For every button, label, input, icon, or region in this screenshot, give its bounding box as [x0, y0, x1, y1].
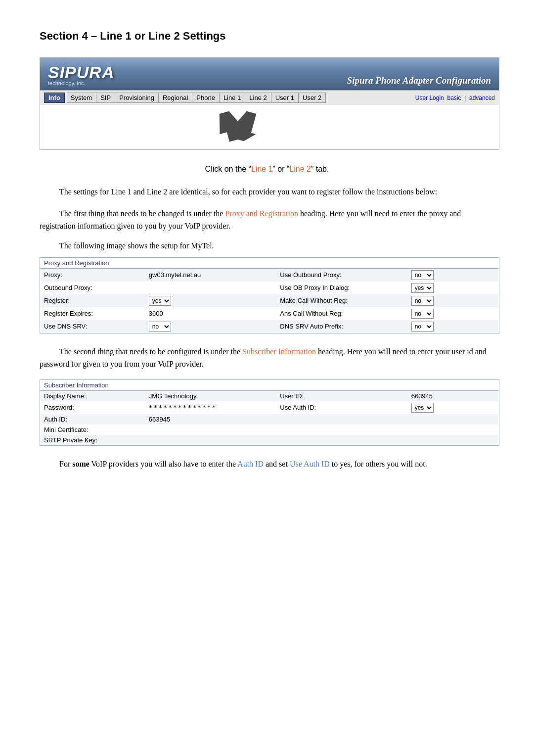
use-outbound-proxy-val: noyes — [407, 268, 499, 282]
outbound-proxy-label: Outbound Proxy: — [40, 282, 145, 294]
password-label: Password: — [40, 401, 145, 414]
sipura-logo-text: SIPURA — [48, 63, 114, 82]
sub-empty-val-1 — [407, 414, 499, 425]
use-ob-proxy-select[interactable]: yesno — [411, 283, 434, 293]
sub-empty-val-3 — [407, 435, 499, 446]
mini-cert-val — [145, 425, 276, 435]
srtp-key-val — [145, 435, 276, 446]
use-auth-id-label: Use Auth ID: — [276, 401, 407, 414]
auth-id-label: Auth ID: — [40, 414, 145, 425]
table-row: Register: yesno Make Call Without Reg: n… — [40, 294, 499, 307]
advanced-link[interactable]: advanced — [469, 94, 495, 101]
para4-pre: The second thing that needs to be config… — [59, 347, 242, 356]
para5-pre: For — [59, 460, 72, 468]
sub-table-header-row: Subscriber Information — [40, 379, 499, 390]
outbound-proxy-val — [145, 282, 276, 294]
proxy-table-header: Proxy and Registration — [40, 257, 499, 268]
use-outbound-proxy-label: Use Outbound Proxy: — [276, 268, 407, 282]
use-auth-id-link: Use Auth ID — [290, 460, 330, 468]
auth-id-val: 663945 — [145, 414, 276, 425]
nav-tab-line2[interactable]: Line 2 — [245, 93, 271, 103]
dns-srv-prefix-val: noyes — [407, 320, 499, 333]
proxy-label: Proxy: — [40, 268, 145, 282]
ans-call-val: noyes — [407, 307, 499, 320]
password-val: ************** — [145, 401, 276, 414]
make-call-val: noyes — [407, 294, 499, 307]
ans-call-label: Ans Call Without Reg: — [276, 307, 407, 320]
para5-mid: VoIP providers you will also have to ent… — [89, 460, 237, 468]
sub-table-header: Subscriber Information — [40, 379, 499, 390]
table-row: Outbound Proxy: Use OB Proxy In Dialog: … — [40, 282, 499, 294]
table-row: Display Name: JMG Technology User ID: 66… — [40, 390, 499, 401]
proxy-registration-link: Proxy and Registration — [225, 209, 298, 218]
use-dns-srv-val: noyes — [145, 320, 276, 333]
nav-tab-phone[interactable]: Phone — [192, 93, 220, 103]
table-row: Use DNS SRV: noyes DNS SRV Auto Prefix: … — [40, 320, 499, 333]
mini-cert-label: Mini Certificate: — [40, 425, 145, 435]
sub-empty-label-2 — [276, 425, 407, 435]
user-login-link[interactable]: User Login — [415, 94, 444, 101]
display-name-val: JMG Technology — [145, 390, 276, 401]
register-label: Register: — [40, 294, 145, 307]
sipura-header: SIPURA technology, inc. Sipura Phone Ada… — [40, 58, 499, 90]
sipura-nav: Info System SIP Provisioning Regional Ph… — [40, 90, 499, 105]
setup-caption: The following image shows the setup for … — [40, 241, 494, 250]
display-name-label: Display Name: — [40, 390, 145, 401]
para5-mid2: and set — [264, 460, 290, 468]
use-dns-srv-select[interactable]: noyes — [149, 322, 171, 331]
proxy-registration-table: Proxy and Registration Proxy: gw03.mytel… — [40, 257, 499, 333]
sub-empty-label-3 — [276, 435, 407, 446]
nav-tab-regional[interactable]: Regional — [159, 93, 192, 103]
nav-tab-sip[interactable]: SIP — [96, 93, 115, 103]
nav-tab-user1[interactable]: User 1 — [271, 93, 299, 103]
some-bold: some — [72, 460, 89, 468]
nav-separator: | — [464, 94, 466, 101]
nav-info-tab[interactable]: Info — [44, 93, 65, 103]
arrow-area — [40, 105, 499, 149]
nav-tab-provisioning[interactable]: Provisioning — [115, 93, 159, 103]
proxy-val: gw03.mytel.net.au — [145, 268, 276, 282]
table-row: Auth ID: 663945 — [40, 414, 499, 425]
line1-link: Line 1 — [251, 165, 273, 173]
table-row: Register Expires: 3600 Ans Call Without … — [40, 307, 499, 320]
nav-right: User Login basic | advanced — [415, 94, 495, 101]
sipura-brand: Sipura Phone Adapter Configuration — [347, 75, 491, 86]
srtp-key-label: SRTP Private Key: — [40, 435, 145, 446]
make-call-select[interactable]: noyes — [411, 296, 434, 306]
sub-empty-val-2 — [407, 425, 499, 435]
dns-srv-prefix-label: DNS SRV Auto Prefix: — [276, 320, 407, 333]
use-outbound-proxy-select[interactable]: noyes — [411, 270, 434, 280]
para1: The settings for Line 1 and Line 2 are i… — [40, 186, 494, 198]
use-auth-id-select[interactable]: yesno — [411, 403, 434, 413]
password-field: ************** — [149, 404, 217, 411]
ans-call-select[interactable]: noyes — [411, 309, 434, 319]
basic-link[interactable]: basic — [447, 94, 461, 101]
register-select[interactable]: yesno — [149, 296, 171, 306]
dns-srv-prefix-select[interactable]: noyes — [411, 322, 434, 331]
arrow-indicators — [208, 109, 267, 143]
sipura-widget: SIPURA technology, inc. Sipura Phone Ada… — [40, 57, 499, 150]
nav-tab-user2[interactable]: User 2 — [299, 93, 326, 103]
section-title: Section 4 – Line 1 or Line 2 Settings — [40, 30, 494, 43]
para5-post: to yes, for others you will not. — [330, 460, 427, 468]
subscriber-information-table: Subscriber Information Display Name: JMG… — [40, 379, 499, 446]
proxy-table-header-row: Proxy and Registration — [40, 257, 499, 268]
user-id-val: 663945 — [407, 390, 499, 401]
use-auth-id-val: yesno — [407, 401, 499, 414]
auth-id-link: Auth ID — [237, 460, 264, 468]
make-call-label: Make Call Without Reg: — [276, 294, 407, 307]
table-row: Password: ************** Use Auth ID: ye… — [40, 401, 499, 414]
para4: The second thing that needs to be config… — [40, 345, 494, 371]
register-expires-label: Register Expires: — [40, 307, 145, 320]
para2-pre: The first thing that needs to be changed… — [59, 209, 225, 218]
nav-tab-line1[interactable]: Line 1 — [220, 93, 245, 103]
sub-empty-label-1 — [276, 414, 407, 425]
table-row: SRTP Private Key: — [40, 435, 499, 446]
sipura-logo: SIPURA technology, inc. — [48, 63, 114, 86]
user-id-label: User ID: — [276, 390, 407, 401]
click-instruction: Click on the “Line 1” or “Line 2” tab. — [40, 165, 494, 174]
use-dns-srv-label: Use DNS SRV: — [40, 320, 145, 333]
nav-tab-system[interactable]: System — [67, 93, 96, 103]
table-row: Proxy: gw03.mytel.net.au Use Outbound Pr… — [40, 268, 499, 282]
use-ob-proxy-dialog-val: yesno — [407, 282, 499, 294]
